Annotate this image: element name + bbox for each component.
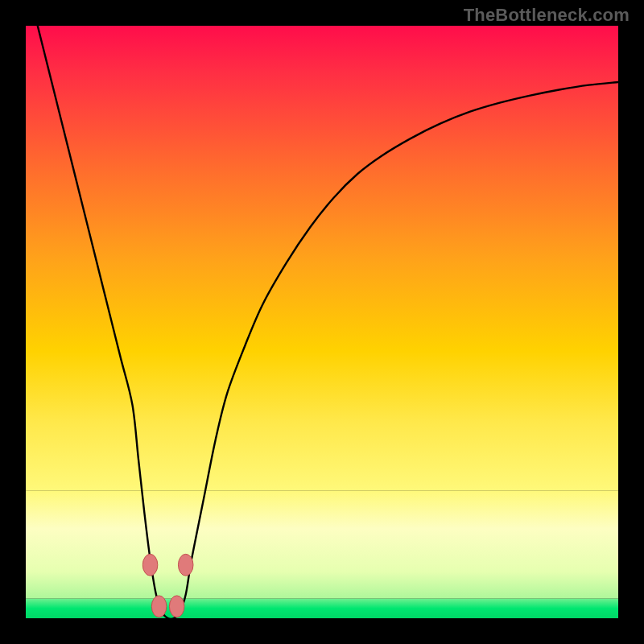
watermark-label: TheBottleneck.com: [464, 5, 630, 26]
svg-point-6: [178, 554, 193, 576]
chart-markers: [26, 26, 618, 618]
svg-point-3: [142, 554, 158, 576]
chart-frame: TheBottleneck.com: [0, 0, 644, 644]
svg-point-4: [151, 596, 167, 617]
plot-area: [26, 26, 618, 618]
svg-point-5: [169, 596, 184, 617]
